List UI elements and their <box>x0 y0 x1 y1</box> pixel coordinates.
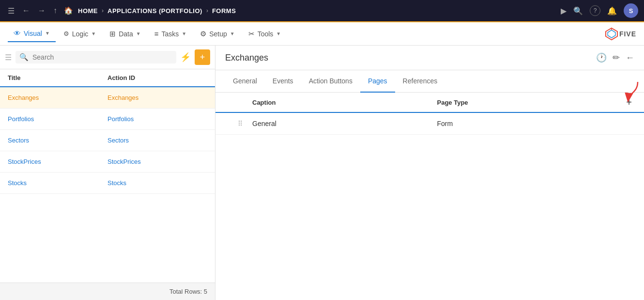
visual-label: Visual <box>24 30 42 37</box>
user-avatar[interactable]: S <box>624 3 638 18</box>
tab-general[interactable]: General <box>225 70 265 93</box>
pages-row-drag-handle: ⠿ <box>238 120 252 127</box>
row-title: Portfolios <box>8 115 107 123</box>
breadcrumb-arrow-1: › <box>102 7 104 14</box>
table-footer: Total Rows: 5 <box>0 283 215 300</box>
filter-left-icon[interactable]: ☰ <box>5 53 12 62</box>
tools-icon: ✂ <box>248 30 255 38</box>
svg-marker-1 <box>608 30 615 38</box>
left-table-header: Title Action ID <box>0 69 215 87</box>
tabs: General Events Action Buttons Pages Refe… <box>215 70 644 93</box>
row-action-id: Sectors <box>107 137 207 144</box>
forms-nav[interactable]: FORMS <box>212 7 236 15</box>
tab-pages[interactable]: Pages <box>360 70 395 93</box>
row-title: Stocks <box>8 179 107 187</box>
table-row[interactable]: Exchanges Exchanges <box>0 87 215 109</box>
flash-icon[interactable]: ⚡ <box>180 52 191 63</box>
nav-setup[interactable]: ⚙ Setup ▼ <box>194 26 241 42</box>
setup-label: Setup <box>209 30 227 38</box>
menu-icon[interactable]: ☰ <box>6 4 16 17</box>
data-icon: ⊞ <box>109 30 116 38</box>
search-bar: ☰ 🔍 ⚡ + <box>0 46 215 69</box>
pages-row-type: Form <box>437 120 622 127</box>
row-action-id: Stocks <box>107 179 207 187</box>
setup-icon: ⚙ <box>200 30 206 38</box>
pages-add-button[interactable]: + <box>626 97 632 107</box>
right-panel-title: Exchanges <box>225 53 596 63</box>
nav-tasks[interactable]: ≡ Tasks ▼ <box>149 26 192 42</box>
logic-icon: ⚙ <box>63 30 69 37</box>
history-icon[interactable]: 🕐 <box>596 52 607 63</box>
row-title: Exchanges <box>8 94 107 101</box>
pages-caption-header: Caption <box>252 99 437 106</box>
five-logo-icon <box>605 27 618 41</box>
tab-events[interactable]: Events <box>265 70 301 93</box>
search-container: 🔍 <box>15 51 176 63</box>
table-row[interactable]: Portfolios Portfolios <box>0 109 215 130</box>
row-action-id: Exchanges <box>107 94 207 101</box>
back-icon[interactable]: ← <box>20 4 32 17</box>
up-icon[interactable]: ↑ <box>51 4 59 17</box>
search-icon: 🔍 <box>19 53 29 62</box>
col-title-header: Title <box>8 74 107 81</box>
pages-type-header: Page Type <box>437 99 622 106</box>
pages-add-col: + <box>622 97 636 107</box>
right-header: Exchanges 🕐 ✏ ← <box>215 46 644 70</box>
home-icon: 🏠 <box>64 6 73 15</box>
edit-icon[interactable]: ✏ <box>613 52 620 63</box>
nav-logic[interactable]: ⚙ Logic ▼ <box>58 26 102 42</box>
nav-visual[interactable]: 👁 Visual ▼ <box>8 25 56 42</box>
table-row[interactable]: StockPrices StockPrices <box>0 151 215 173</box>
top-bar: ☰ ← → ↑ 🏠 HOME › APPLICATIONS (PORTFOLIO… <box>0 0 644 22</box>
home-label[interactable]: HOME <box>78 7 98 15</box>
help-icon[interactable]: ? <box>590 5 600 16</box>
back-panel-icon[interactable]: ← <box>626 53 634 63</box>
logic-arrow: ▼ <box>91 31 96 36</box>
row-action-id: StockPrices <box>107 158 207 165</box>
logic-label: Logic <box>72 30 88 38</box>
total-rows-label: Total Rows: 5 <box>169 288 207 295</box>
five-brand-label: FIVE <box>619 30 636 38</box>
right-panel: Exchanges 🕐 ✏ ← General Events Action Bu… <box>215 46 644 300</box>
data-arrow: ▼ <box>136 31 141 36</box>
pages-table-row[interactable]: ⠿ General Form <box>215 113 644 135</box>
tasks-icon: ≡ <box>154 30 159 38</box>
tab-references[interactable]: References <box>395 70 445 93</box>
right-header-icons: 🕐 ✏ ← <box>596 52 634 63</box>
search-top-icon[interactable]: 🔍 <box>573 6 583 16</box>
nav-data[interactable]: ⊞ Data ▼ <box>104 26 146 42</box>
row-title: StockPrices <box>8 158 107 165</box>
nav-tools[interactable]: ✂ Tools ▼ <box>243 26 287 42</box>
search-input[interactable] <box>32 53 172 61</box>
tools-arrow: ▼ <box>276 31 281 36</box>
table-row[interactable]: Sectors Sectors <box>0 130 215 151</box>
visual-icon: 👁 <box>14 29 21 37</box>
secondary-nav: 👁 Visual ▼ ⚙ Logic ▼ ⊞ Data ▼ ≡ Tasks ▼ … <box>0 22 644 46</box>
pages-table-header: Caption Page Type + <box>215 93 644 113</box>
col-action-id-header: Action ID <box>107 74 207 81</box>
row-title: Sectors <box>8 137 107 144</box>
data-label: Data <box>119 30 133 38</box>
bell-icon[interactable]: 🔔 <box>607 6 617 16</box>
visual-arrow: ▼ <box>45 31 50 36</box>
content-area: Caption Page Type + ⠿ <box>215 93 644 300</box>
left-panel: ☰ 🔍 ⚡ + Title Action ID Exchanges Exchan… <box>0 46 215 300</box>
table-row[interactable]: Stocks Stocks <box>0 173 215 194</box>
tasks-arrow: ▼ <box>182 31 186 36</box>
row-action-id: Portfolios <box>107 115 207 123</box>
tasks-label: Tasks <box>161 30 179 38</box>
forward-icon[interactable]: → <box>36 4 47 17</box>
play-icon[interactable]: ▶ <box>561 6 567 16</box>
five-logo: FIVE <box>605 27 636 41</box>
setup-arrow: ▼ <box>230 31 235 36</box>
left-table-body: Exchanges Exchanges Portfolios Portfolio… <box>0 87 215 283</box>
applications-nav[interactable]: APPLICATIONS (PORTFOLIO) <box>107 7 202 15</box>
pages-row-caption: General <box>252 120 437 127</box>
tools-label: Tools <box>258 30 274 38</box>
breadcrumb-arrow-2: › <box>206 7 208 14</box>
main-layout: ☰ 🔍 ⚡ + Title Action ID Exchanges Exchan… <box>0 46 644 300</box>
tab-action-buttons[interactable]: Action Buttons <box>301 70 360 93</box>
add-button[interactable]: + <box>195 49 210 65</box>
